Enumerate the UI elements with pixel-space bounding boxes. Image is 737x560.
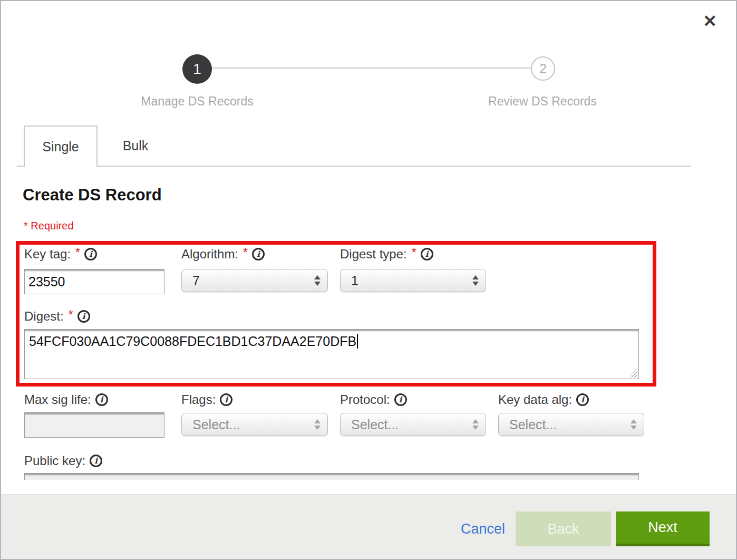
flags-label: Flags: i xyxy=(181,392,232,407)
digest-type-label-text: Digest type: xyxy=(340,247,407,262)
flags-info-icon[interactable]: i xyxy=(220,393,232,406)
digest-type-required-asterisk: * xyxy=(412,246,416,260)
key-tag-required-asterisk: * xyxy=(75,246,80,260)
public-key-label-text: Public key: xyxy=(24,453,85,468)
step-2-indicator: 2 xyxy=(531,56,555,81)
algorithm-select-value: 7 xyxy=(192,273,200,288)
text-caret xyxy=(357,334,358,349)
tab-single[interactable]: Single xyxy=(24,125,98,167)
algorithm-label: Algorithm: * i xyxy=(181,247,265,262)
flags-select[interactable]: Select... xyxy=(181,413,328,436)
select-arrows-icon xyxy=(472,275,479,286)
key-tag-info-icon[interactable]: i xyxy=(84,248,97,260)
public-key-textarea[interactable] xyxy=(24,473,639,480)
close-icon[interactable]: ✕ xyxy=(703,13,717,30)
protocol-select-value: Select... xyxy=(351,417,399,432)
digest-info-icon[interactable]: i xyxy=(77,310,90,323)
digest-textarea[interactable]: 54FCF030AA1C79C0088FDEC1BD1C37DAA2E70DFB xyxy=(24,329,639,379)
select-arrows-icon xyxy=(314,419,321,430)
key-tag-label: Key tag: * i xyxy=(24,247,97,262)
key-data-alg-select[interactable]: Select... xyxy=(498,413,644,436)
key-data-alg-info-icon[interactable]: i xyxy=(576,393,589,406)
max-sig-life-label: Max sig life: i xyxy=(24,392,108,407)
flags-select-value: Select... xyxy=(192,417,240,432)
flags-label-text: Flags: xyxy=(181,392,216,407)
digest-type-select[interactable]: 1 xyxy=(340,269,486,292)
back-button: Back xyxy=(516,511,611,546)
max-sig-life-input[interactable] xyxy=(24,412,164,438)
key-data-alg-label-text: Key data alg: xyxy=(498,392,572,407)
public-key-label: Public key: i xyxy=(24,453,102,468)
step-2-label: Review DS Records xyxy=(437,94,648,109)
digest-type-info-icon[interactable]: i xyxy=(421,248,433,260)
cancel-button[interactable]: Cancel xyxy=(461,521,505,537)
required-note: * Required xyxy=(24,220,74,232)
max-sig-life-info-icon[interactable]: i xyxy=(95,393,108,406)
algorithm-info-icon[interactable]: i xyxy=(252,248,265,260)
protocol-info-icon[interactable]: i xyxy=(394,393,407,406)
create-ds-record-dialog: ✕ 1 2 Manage DS Records Review DS Record… xyxy=(0,0,737,560)
select-arrows-icon xyxy=(314,275,321,286)
resize-grip-icon[interactable] xyxy=(628,369,637,378)
tab-bar: Single Bulk xyxy=(17,125,691,167)
protocol-label: Protocol: i xyxy=(340,392,407,407)
page-title: Create DS Record xyxy=(23,186,162,205)
step-1-indicator: 1 xyxy=(182,54,212,84)
step-1-label: Manage DS Records xyxy=(92,94,303,109)
public-key-info-icon[interactable]: i xyxy=(90,455,102,467)
max-sig-life-label-text: Max sig life: xyxy=(24,392,91,407)
key-tag-label-text: Key tag: xyxy=(24,247,71,262)
key-data-alg-select-value: Select... xyxy=(509,417,557,432)
digest-label: Digest: * i xyxy=(24,309,90,324)
algorithm-select[interactable]: 7 xyxy=(181,269,328,292)
next-button[interactable]: Next xyxy=(616,511,710,546)
tab-bulk[interactable]: Bulk xyxy=(104,125,167,166)
digest-required-asterisk: * xyxy=(69,308,73,322)
algorithm-label-text: Algorithm: xyxy=(181,247,238,262)
protocol-label-text: Protocol: xyxy=(340,392,390,407)
digest-type-select-value: 1 xyxy=(351,273,358,288)
digest-type-label: Digest type: * i xyxy=(340,247,433,262)
digest-label-text: Digest: xyxy=(24,309,64,324)
algorithm-required-asterisk: * xyxy=(243,246,248,260)
select-arrows-icon xyxy=(631,419,637,430)
dialog-footer: Cancel Back Next xyxy=(1,494,736,559)
protocol-select[interactable]: Select... xyxy=(340,413,486,436)
stepper-connector-line xyxy=(212,67,532,69)
key-tag-input[interactable] xyxy=(24,269,164,294)
select-arrows-icon xyxy=(472,419,479,430)
key-data-alg-label: Key data alg: i xyxy=(498,392,589,407)
digest-value: 54FCF030AA1C79C0088FDEC1BD1C37DAA2E70DFB xyxy=(29,334,356,349)
